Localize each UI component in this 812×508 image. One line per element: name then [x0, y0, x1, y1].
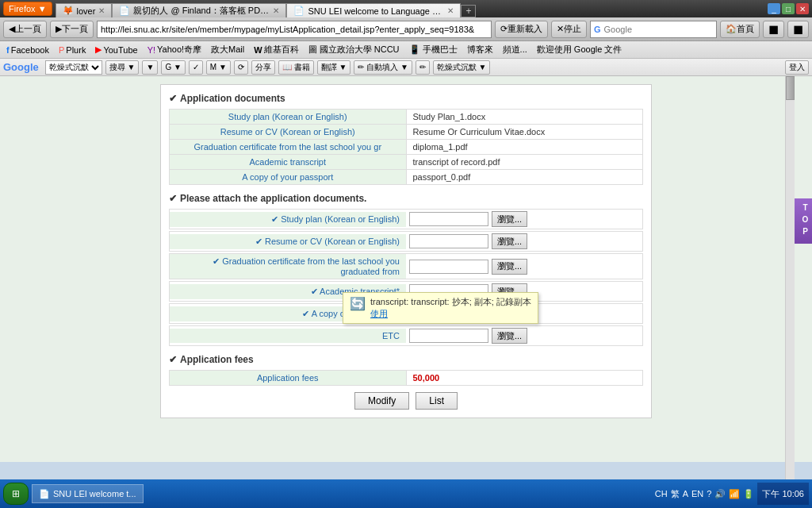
forward-icon: ▶	[56, 24, 62, 34]
google-toolbar-select[interactable]: 乾燥式沉默	[45, 60, 102, 75]
nccu-label: 圖 國立政治大學 NCCU	[308, 44, 400, 56]
modify-button[interactable]: Modify	[354, 392, 409, 410]
bookmark-plurk[interactable]: P Plurk	[56, 44, 89, 56]
bookmark-youtube[interactable]: ▶ YouTube	[92, 44, 140, 56]
upload-field-3[interactable]	[409, 260, 488, 274]
tab-1-label: lover	[77, 6, 96, 16]
scrollbar-thumb[interactable]	[786, 76, 795, 100]
doc-label-1: Study plan (Korean or English)	[170, 110, 407, 125]
gt-btn-share[interactable]: 分享	[251, 60, 275, 75]
tab-2-label: 親切的人 @ Finland：落客柩 PDXNE...	[133, 5, 270, 17]
table-row: A copy of your passport passport_0.pdf	[170, 170, 643, 185]
refresh-icon: ⟳	[500, 24, 508, 34]
google-search-btn[interactable]: 搜尋 ▼	[105, 60, 140, 75]
table-row: Graduation certificate from the last sch…	[170, 140, 643, 155]
bookmark-yahoo[interactable]: Y! Yahoo!奇摩	[144, 43, 205, 56]
titlebar: Firefox ▼ 🦊 lover ✕ 📄 親切的人 @ Finland：落客柩…	[0, 0, 812, 17]
bookmark-books[interactable]: 博客來	[464, 43, 496, 56]
scrollbar[interactable]	[785, 76, 795, 479]
bookmark-mail[interactable]: 政大Mail	[208, 43, 247, 56]
tab-1[interactable]: 🦊 lover ✕	[56, 3, 113, 17]
upload-field-etc[interactable]	[409, 329, 488, 343]
browse-btn-etc[interactable]: 瀏覽...	[492, 328, 527, 344]
stop-button[interactable]: ✕ 停止	[551, 21, 587, 38]
fees-title: ✔ Application fees	[169, 354, 643, 365]
home-button[interactable]: 🏠 首頁	[720, 21, 760, 38]
fees-table: Application fees 50,000	[169, 370, 643, 386]
check-icon-attach: ✔	[169, 193, 177, 204]
fees-value-cell: 50,000	[406, 371, 643, 386]
browse-btn-3[interactable]: 瀏覽...	[492, 259, 527, 275]
wiki-icon: W	[254, 45, 262, 55]
page-content: ✔ Application documents Study plan (Kore…	[160, 84, 652, 418]
gt-btn-translate[interactable]: 翻譯 ▼	[317, 60, 351, 75]
upload-field-1[interactable]	[409, 212, 488, 226]
address-bar[interactable]	[97, 21, 492, 38]
gdocs-label: 歡迎使用 Google 文件	[537, 44, 622, 56]
tooltip-icon: 🔄	[350, 296, 366, 311]
plurk-icon: P	[59, 45, 64, 55]
browse-btn-1[interactable]: 瀏覽...	[492, 211, 527, 227]
check-icon-docs: ✔	[169, 93, 177, 104]
tooltip-link[interactable]: 使用	[370, 309, 388, 318]
firefox-button[interactable]: Firefox ▼	[3, 2, 52, 16]
taskbar-lang: 繁	[671, 488, 680, 500]
gt-btn-1[interactable]: ▼	[142, 60, 158, 75]
gt-btn-pen[interactable]: ✏	[416, 60, 430, 75]
upload-field-2[interactable]	[409, 234, 488, 248]
upload-label-3: ✔ Graduation certificate from the last s…	[170, 254, 406, 279]
gt-btn-autofill[interactable]: ✏ 自動填入 ▼	[354, 60, 412, 75]
search-bar[interactable]: G	[590, 21, 717, 38]
gt-btn-3[interactable]: ✓	[189, 60, 203, 75]
bookmark-gdocs[interactable]: 歡迎使用 Google 文件	[534, 43, 626, 56]
bookmark-facebook[interactable]: f Facebook	[3, 44, 52, 56]
clock-time: 下午 10:06	[762, 488, 804, 500]
refresh-button[interactable]: ⟳ 重新載入	[495, 21, 548, 38]
yahoo-icon: Y!	[147, 45, 155, 55]
attach-docs-title-text: Please attach the application documents.	[180, 193, 366, 204]
new-tab-button[interactable]: +	[461, 5, 476, 17]
doc-label-4: Academic transcript	[170, 155, 407, 170]
start-button[interactable]: ⊞	[3, 483, 29, 505]
list-button[interactable]: List	[416, 392, 458, 410]
extra-btn-2[interactable]: ◼	[787, 21, 809, 38]
tab-2[interactable]: 📄 親切的人 @ Finland：落客柩 PDXNE... ✕	[112, 3, 286, 17]
back-button[interactable]: ◀ 上一頁	[3, 21, 47, 38]
bookmark-wiki[interactable]: W 維基百科	[251, 43, 301, 56]
tab-2-close[interactable]: ✕	[273, 6, 279, 15]
gt-btn-2[interactable]: G ▼	[161, 60, 185, 75]
fees-row: Application fees 50,000	[170, 371, 643, 386]
search-input[interactable]	[604, 25, 714, 34]
gt-login[interactable]: 登入	[785, 60, 809, 75]
google-toolbar: Google 乾燥式沉默 搜尋 ▼ ▼ G ▼ ✓ M ▼ ⟳ 分享 📖 書籍 …	[0, 59, 812, 76]
gt-btn-mode[interactable]: 乾燥式沉默 ▼	[433, 60, 491, 75]
taskbar-item-snu[interactable]: 📄 SNU LEI welcome t...	[32, 484, 144, 503]
google-logo: Google	[3, 61, 39, 73]
table-row: Resume or CV (Korean or English) Resume …	[170, 125, 643, 140]
top-button[interactable]: TOP	[795, 198, 812, 244]
tab-1-close[interactable]: ✕	[98, 6, 105, 15]
fees-label: Application fees	[170, 371, 407, 386]
bookmark-wiki-label: 維基百科	[264, 44, 299, 56]
minimize-button[interactable]: _	[768, 3, 780, 14]
close-button[interactable]: ✕	[796, 3, 809, 14]
taskbar-volume[interactable]: 🔊	[714, 489, 726, 499]
bookmark-channel[interactable]: 頻道...	[500, 43, 530, 56]
extra-btn-1[interactable]: ◼	[763, 21, 784, 38]
tab-3-close[interactable]: ✕	[447, 6, 454, 15]
upload-row-etc: ETC 瀏覽...	[169, 325, 643, 346]
bookmark-nccu[interactable]: 圖 國立政治大學 NCCU	[305, 43, 403, 56]
tab-3[interactable]: 📄 SNU LEI welcome to Language Ed... ✕	[286, 3, 461, 17]
address-input[interactable]	[101, 25, 488, 34]
doc-label-2: Resume or CV (Korean or English)	[170, 125, 407, 140]
maximize-button[interactable]: □	[782, 3, 795, 14]
browse-btn-2[interactable]: 瀏覽...	[492, 233, 527, 249]
gt-btn-mail[interactable]: M ▼	[206, 60, 231, 75]
tab-bar: 🦊 lover ✕ 📄 親切的人 @ Finland：落客柩 PDXNE... …	[56, 0, 477, 17]
bookmark-mobile[interactable]: 📱 手機巴士	[406, 43, 461, 56]
gt-btn-book[interactable]: 📖 書籍	[278, 60, 314, 75]
gt-btn-refresh[interactable]: ⟳	[234, 60, 248, 75]
upload-row-3: ✔ Graduation certificate from the last s…	[169, 253, 643, 279]
youtube-icon: ▶	[95, 44, 102, 55]
forward-button[interactable]: ▶ 下一頁	[50, 21, 94, 38]
